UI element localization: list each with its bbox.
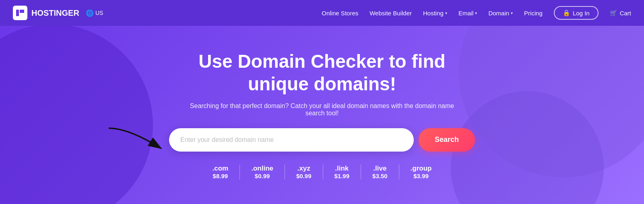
nav-hosting[interactable]: Hosting ▾: [423, 10, 447, 17]
svg-rect-1: [20, 10, 24, 13]
hosting-chevron-icon: ▾: [445, 11, 447, 15]
tld-extension: .link: [335, 164, 349, 173]
nav-pricing[interactable]: Pricing: [524, 10, 543, 17]
tld-extension: .xyz: [297, 164, 310, 173]
tld-price: $8.99: [213, 173, 228, 179]
tld-item[interactable]: .online$0.99: [240, 164, 285, 179]
hero-subtitle: Searching for that perfect domain? Catch…: [185, 102, 459, 117]
email-chevron-icon: ▾: [475, 11, 477, 15]
locale-selector[interactable]: 🌐 US: [86, 9, 103, 17]
globe-icon: 🌐: [86, 9, 94, 17]
tld-item[interactable]: .link$1.99: [323, 164, 361, 179]
tld-price: $1.99: [334, 173, 350, 179]
tld-item[interactable]: .com$8.99: [201, 164, 240, 179]
tld-price: $0.99: [296, 173, 312, 179]
tld-extension: .group: [411, 164, 432, 173]
nav-links: Online Stores Website Builder Hosting ▾ …: [322, 6, 631, 20]
tld-item[interactable]: .group$3.99: [399, 164, 443, 179]
tld-extension: .online: [251, 164, 273, 173]
logo-text: HOSTINGER: [31, 8, 79, 18]
cart-icon: 🛒: [610, 9, 617, 17]
tld-price: $3.99: [413, 173, 429, 179]
domain-search-input[interactable]: [169, 128, 414, 152]
tld-price: $0.99: [255, 173, 270, 179]
logo-icon: [13, 6, 27, 20]
svg-rect-0: [16, 10, 19, 16]
tld-list: .com$8.99.online$0.99.xyz$0.99.link$1.99…: [201, 164, 443, 179]
tld-extension: .com: [213, 164, 229, 173]
tld-extension: .live: [373, 164, 386, 173]
hero-section: Use Domain Checker to find unique domain…: [0, 0, 644, 204]
locale-label: US: [95, 10, 103, 16]
logo[interactable]: HOSTINGER: [13, 6, 79, 20]
lock-icon: 🔒: [563, 9, 570, 17]
login-button[interactable]: 🔒 Log In: [554, 6, 599, 20]
tld-item[interactable]: .live$3.50: [361, 164, 399, 179]
nav-domain[interactable]: Domain ▾: [488, 10, 513, 17]
domain-chevron-icon: ▾: [511, 11, 513, 15]
arrow-annotation: [105, 124, 169, 156]
navbar: HOSTINGER 🌐 US Online Stores Website Bui…: [0, 0, 644, 26]
tld-item[interactable]: .xyz$0.99: [285, 164, 323, 179]
nav-online-stores[interactable]: Online Stores: [322, 10, 358, 17]
nav-email[interactable]: Email ▾: [458, 10, 477, 17]
tld-price: $3.50: [372, 173, 388, 179]
search-row: Search: [169, 128, 475, 152]
cart-button[interactable]: 🛒 Cart: [610, 9, 631, 17]
hero-title: Use Domain Checker to find unique domain…: [169, 50, 475, 95]
search-button[interactable]: Search: [419, 128, 475, 152]
nav-website-builder[interactable]: Website Builder: [369, 10, 412, 17]
hero-content: Use Domain Checker to find unique domain…: [0, 50, 644, 179]
